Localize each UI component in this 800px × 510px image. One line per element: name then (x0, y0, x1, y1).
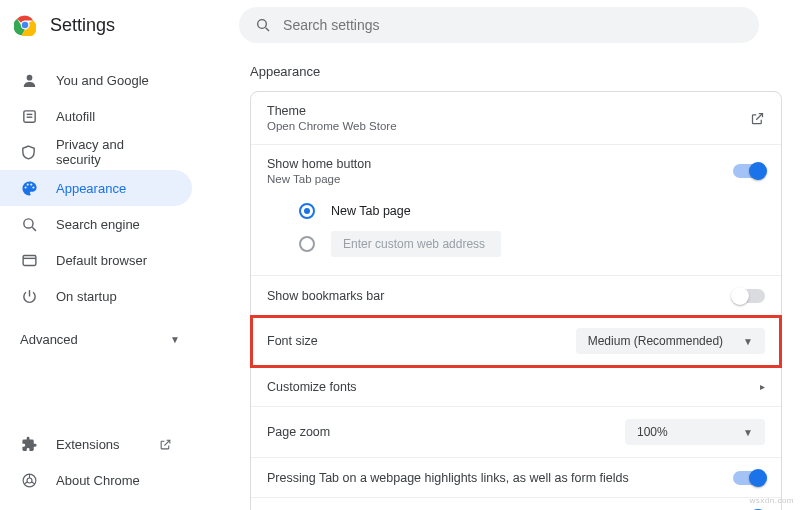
open-new-icon (750, 111, 765, 126)
select-value: 100% (637, 425, 668, 439)
select-value: Medium (Recommended) (588, 334, 723, 348)
page-title: Settings (50, 15, 115, 36)
sidebar-item-privacy[interactable]: Privacy and security (0, 134, 192, 170)
sidebar-item-search-engine[interactable]: Search engine (0, 206, 192, 242)
sidebar-item-appearance[interactable]: Appearance (0, 170, 192, 206)
svg-line-11 (32, 227, 36, 231)
page-zoom-select[interactable]: 100% ▼ (625, 419, 765, 445)
home-button-toggle[interactable] (733, 164, 765, 178)
home-button-options: New Tab page Enter custom web address (251, 197, 781, 276)
svg-point-4 (258, 20, 267, 29)
font-size-select[interactable]: Medium (Recommended) ▼ (576, 328, 765, 354)
font-size-label: Font size (267, 334, 318, 348)
sidebar-item-default-browser[interactable]: Default browser (0, 242, 192, 278)
bookmarks-bar-label: Show bookmarks bar (267, 289, 384, 303)
tab-highlight-row: Pressing Tab on a webpage highlights lin… (251, 458, 781, 498)
sidebar-item-label: About Chrome (56, 473, 140, 488)
svg-line-18 (31, 481, 34, 483)
sidebar-item-label: Default browser (56, 253, 147, 268)
shield-icon (20, 144, 38, 161)
sidebar-item-label: You and Google (56, 73, 149, 88)
sidebar-item-you-and-google[interactable]: You and Google (0, 62, 192, 98)
svg-line-17 (24, 481, 27, 483)
svg-point-10 (23, 218, 32, 227)
customize-fonts-row[interactable]: Customize fonts ▸ (251, 367, 781, 407)
section-title: Appearance (250, 64, 782, 79)
tab-highlight-label: Pressing Tab on a webpage highlights lin… (267, 471, 629, 485)
tab-highlight-toggle[interactable] (733, 471, 765, 485)
home-button-sub: New Tab page (267, 173, 371, 185)
home-button-label: Show home button (267, 157, 371, 171)
custom-address-input[interactable]: Enter custom web address (331, 231, 501, 257)
person-icon (20, 72, 38, 89)
sidebar-item-about-chrome[interactable]: About Chrome (0, 462, 192, 498)
watermark: wsxdn.com (749, 496, 794, 505)
power-icon (20, 288, 38, 305)
sidebar-item-on-startup[interactable]: On startup (0, 278, 192, 314)
theme-sub: Open Chrome Web Store (267, 120, 397, 132)
autofill-icon (20, 108, 38, 125)
bookmarks-bar-row: Show bookmarks bar (251, 276, 781, 316)
open-new-icon (159, 438, 172, 451)
sidebar: You and Google Autofill Privacy and secu… (0, 50, 200, 510)
header-bar: Settings (0, 0, 800, 50)
theme-label: Theme (267, 104, 397, 118)
sidebar-item-extensions[interactable]: Extensions (0, 426, 192, 462)
chevron-down-icon: ▼ (170, 334, 180, 345)
chrome-outline-icon (20, 472, 38, 489)
chevron-down-icon: ▼ (743, 336, 753, 347)
advanced-label: Advanced (20, 332, 78, 347)
appearance-card: Theme Open Chrome Web Store Show home bu… (250, 91, 782, 510)
chrome-logo-icon (14, 14, 36, 36)
home-option-newtab[interactable]: New Tab page (267, 197, 765, 225)
chevron-down-icon: ▼ (743, 427, 753, 438)
extension-icon (20, 436, 38, 453)
option-label: New Tab page (331, 204, 411, 218)
page-zoom-row: Page zoom 100% ▼ (251, 407, 781, 458)
sidebar-item-label: Appearance (56, 181, 126, 196)
search-bar[interactable] (239, 7, 759, 43)
sidebar-item-label: Privacy and security (56, 137, 172, 167)
sidebar-item-autofill[interactable]: Autofill (0, 98, 192, 134)
sidebar-item-label: Search engine (56, 217, 140, 232)
sidebar-advanced[interactable]: Advanced ▼ (0, 322, 200, 357)
svg-line-5 (266, 28, 269, 31)
chevron-right-icon: ▸ (760, 381, 765, 392)
bookmarks-bar-toggle[interactable] (733, 289, 765, 303)
search-icon (255, 17, 271, 33)
radio-icon (299, 236, 315, 252)
home-button-row: Show home button New Tab page (251, 145, 781, 197)
font-size-row[interactable]: Font size Medium (Recommended) ▼ (251, 316, 781, 367)
appearance-icon (20, 180, 38, 197)
page-zoom-label: Page zoom (267, 425, 330, 439)
main-content: Appearance Theme Open Chrome Web Store S… (200, 50, 800, 510)
svg-rect-12 (23, 255, 36, 265)
radio-icon (299, 203, 315, 219)
sidebar-item-label: On startup (56, 289, 117, 304)
browser-icon (20, 252, 38, 269)
sidebar-item-label: Extensions (56, 437, 120, 452)
home-option-custom[interactable]: Enter custom web address (267, 225, 765, 263)
svg-point-6 (26, 74, 32, 80)
magnifier-icon (20, 216, 38, 233)
quit-warning-row: Show warning before quitting with ⌘Q (251, 498, 781, 510)
customize-fonts-label: Customize fonts (267, 380, 357, 394)
theme-row[interactable]: Theme Open Chrome Web Store (251, 92, 781, 145)
search-input[interactable] (283, 17, 743, 33)
sidebar-item-label: Autofill (56, 109, 95, 124)
